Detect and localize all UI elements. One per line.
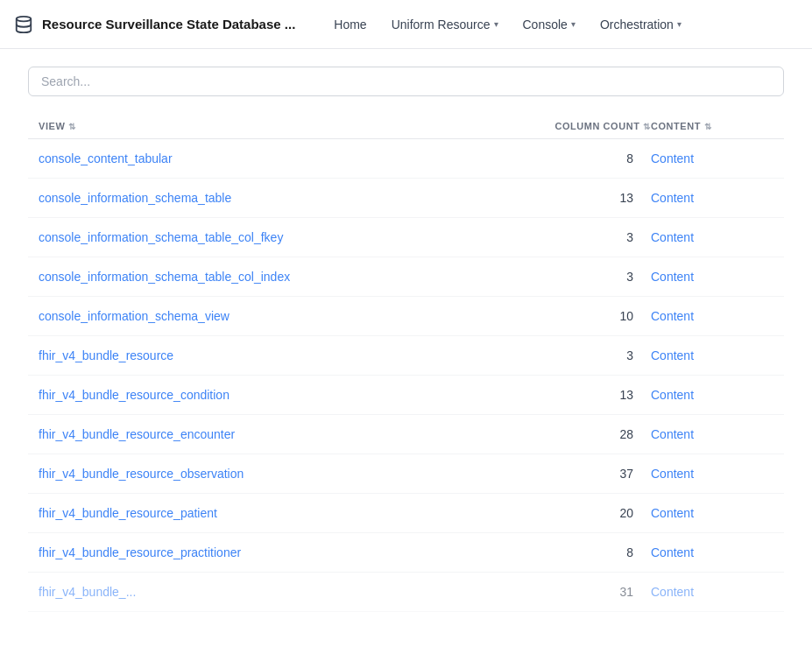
row-view-name[interactable]: console_information_schema_view xyxy=(39,309,511,323)
nav-home[interactable]: Home xyxy=(323,11,377,39)
chevron-down-icon: ▾ xyxy=(571,19,575,29)
database-icon xyxy=(14,15,33,34)
row-column-count: 8 xyxy=(511,151,651,165)
row-view-name[interactable]: fhir_v4_bundle_resource_observation xyxy=(39,467,511,481)
row-content-link[interactable]: Content xyxy=(651,348,773,362)
table-row: console_information_schema_table_col_ind… xyxy=(28,257,784,297)
row-view-name[interactable]: fhir_v4_bundle_resource_patient xyxy=(39,506,511,520)
row-column-count: 3 xyxy=(511,270,651,284)
row-view-name[interactable]: console_information_schema_table_col_fke… xyxy=(39,230,511,244)
row-view-name[interactable]: fhir_v4_bundle_resource_condition xyxy=(39,388,511,402)
table-body: console_content_tabular 8 Content consol… xyxy=(28,139,784,612)
table-header: VIEW ⇅ COLUMN COUNT ⇅ CONTENT ⇅ xyxy=(28,114,784,139)
main-content: VIEW ⇅ COLUMN COUNT ⇅ CONTENT ⇅ console_… xyxy=(0,49,812,629)
chevron-down-icon: ▾ xyxy=(494,19,498,29)
row-view-name[interactable]: fhir_v4_bundle_resource_encounter xyxy=(39,427,511,441)
table-row: fhir_v4_bundle_resource_practitioner 8 C… xyxy=(28,533,784,573)
navbar: Resource Surveillance State Database ...… xyxy=(0,0,812,49)
chevron-down-icon: ▾ xyxy=(677,19,681,29)
row-content-link[interactable]: Content xyxy=(651,151,773,165)
table-row: console_information_schema_table 13 Cont… xyxy=(28,179,784,218)
row-view-name[interactable]: console_content_tabular xyxy=(39,151,511,165)
row-content-link[interactable]: Content xyxy=(651,506,773,520)
row-column-count: 3 xyxy=(511,348,651,362)
table-row: console_information_schema_view 10 Conte… xyxy=(28,297,784,336)
row-content-link[interactable]: Content xyxy=(651,427,773,441)
table-row: fhir_v4_bundle_resource_encounter 28 Con… xyxy=(28,415,784,454)
search-input[interactable] xyxy=(28,67,784,96)
row-content-link[interactable]: Content xyxy=(651,270,773,284)
row-column-count: 37 xyxy=(511,467,651,481)
row-content-link[interactable]: Content xyxy=(651,309,773,323)
row-column-count: 10 xyxy=(511,309,651,323)
row-view-name[interactable]: fhir_v4_bundle_resource xyxy=(39,348,511,362)
svg-point-0 xyxy=(17,16,32,21)
row-column-count: 13 xyxy=(511,388,651,402)
table-row: fhir_v4_bundle_resource 3 Content xyxy=(28,336,784,376)
row-content-link[interactable]: Content xyxy=(651,545,773,559)
nav-links: Home Uniform Resource ▾ Console ▾ Orches… xyxy=(323,11,798,39)
row-view-name[interactable]: console_information_schema_table_col_ind… xyxy=(39,270,511,284)
row-column-count: 3 xyxy=(511,230,651,244)
row-column-count: 20 xyxy=(511,506,651,520)
sort-icon-count[interactable]: ⇅ xyxy=(643,122,651,131)
row-view-name[interactable]: fhir_v4_bundle_... xyxy=(39,585,511,599)
row-content-link[interactable]: Content xyxy=(651,467,773,481)
nav-uniform-resource[interactable]: Uniform Resource ▾ xyxy=(381,11,509,39)
table-row-truncated: fhir_v4_bundle_... 31 Content xyxy=(28,573,784,612)
row-content-link[interactable]: Content xyxy=(651,585,773,599)
row-content-link[interactable]: Content xyxy=(651,191,773,205)
row-column-count: 31 xyxy=(511,585,651,599)
sort-icon-view[interactable]: ⇅ xyxy=(68,122,76,131)
table-row: fhir_v4_bundle_resource_observation 37 C… xyxy=(28,454,784,494)
row-column-count: 13 xyxy=(511,191,651,205)
table-row: fhir_v4_bundle_resource_patient 20 Conte… xyxy=(28,494,784,533)
table-row: console_information_schema_table_col_fke… xyxy=(28,218,784,257)
col-header-view: VIEW ⇅ xyxy=(39,121,511,131)
nav-logo: Resource Surveillance State Database ... xyxy=(14,15,295,34)
row-view-name[interactable]: console_information_schema_table xyxy=(39,191,511,205)
nav-console[interactable]: Console ▾ xyxy=(512,11,586,39)
col-header-count: COLUMN COUNT ⇅ xyxy=(511,121,651,131)
search-container xyxy=(28,67,784,96)
sort-icon-content[interactable]: ⇅ xyxy=(704,122,712,131)
table-row: console_content_tabular 8 Content xyxy=(28,139,784,179)
nav-orchestration[interactable]: Orchestration ▾ xyxy=(590,11,692,39)
row-column-count: 8 xyxy=(511,545,651,559)
row-column-count: 28 xyxy=(511,427,651,441)
col-header-content: CONTENT ⇅ xyxy=(651,121,773,131)
app-title: Resource Surveillance State Database ... xyxy=(42,17,295,32)
table-row: fhir_v4_bundle_resource_condition 13 Con… xyxy=(28,376,784,415)
row-content-link[interactable]: Content xyxy=(651,388,773,402)
row-view-name[interactable]: fhir_v4_bundle_resource_practitioner xyxy=(39,545,511,559)
views-table: VIEW ⇅ COLUMN COUNT ⇅ CONTENT ⇅ console_… xyxy=(28,114,784,612)
row-content-link[interactable]: Content xyxy=(651,230,773,244)
